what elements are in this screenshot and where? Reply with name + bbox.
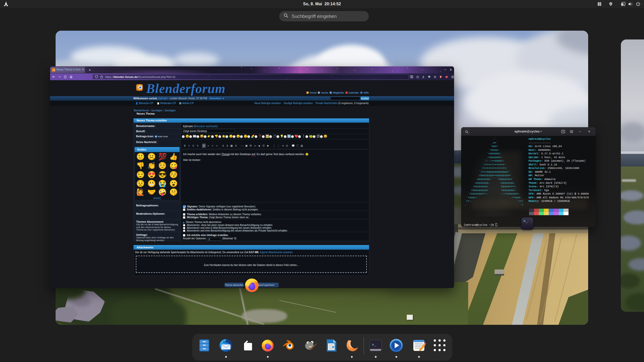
svg-text:UO: UO bbox=[446, 76, 448, 78]
svg-text:_: _ bbox=[374, 343, 376, 347]
svg-text:>: > bbox=[372, 343, 374, 347]
